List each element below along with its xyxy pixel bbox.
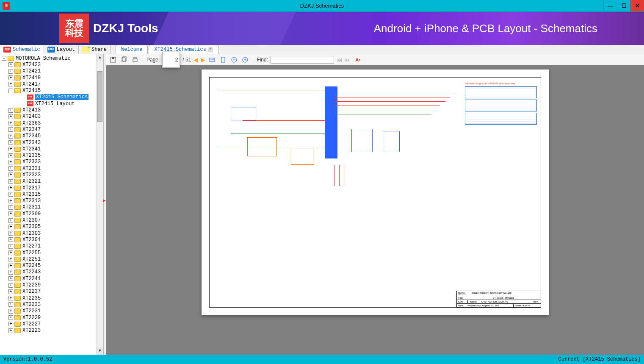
expand-icon[interactable]: +: [8, 160, 13, 164]
expand-icon[interactable]: +: [8, 192, 13, 197]
find-prev-icon[interactable]: ⏮: [337, 56, 343, 63]
print-icon[interactable]: [131, 56, 139, 64]
scroll-down-icon[interactable]: ▼: [97, 347, 103, 355]
fit-width-icon[interactable]: [208, 56, 216, 64]
expand-icon[interactable]: +: [8, 283, 13, 288]
maximize-button[interactable]: ☐: [617, 0, 630, 11]
tree-node-xt2235[interactable]: +XT2235: [0, 295, 103, 301]
zoom-out-icon[interactable]: [230, 56, 238, 64]
expand-icon[interactable]: +: [8, 322, 13, 326]
expand-icon[interactable]: +: [8, 205, 13, 210]
tree-node-xt2229[interactable]: +XT2229: [0, 314, 103, 321]
tree-scrollbar[interactable]: ▲ ▼: [96, 54, 103, 355]
doc-tab-welcome[interactable]: Welcome: [116, 45, 148, 54]
close-button[interactable]: ✕: [630, 0, 644, 11]
expand-icon[interactable]: +: [8, 108, 13, 113]
tree-node-xt2417[interactable]: +XT2417: [0, 81, 103, 87]
expand-icon[interactable]: +: [8, 147, 13, 151]
expand-icon[interactable]: +: [8, 134, 13, 139]
tree-node-xt2343[interactable]: +XT2343: [0, 139, 103, 146]
expand-icon[interactable]: +: [8, 140, 13, 145]
tree-node-xt2307[interactable]: +XT2307: [0, 217, 103, 223]
expand-icon[interactable]: +: [8, 276, 13, 281]
expand-icon[interactable]: +: [8, 69, 13, 74]
scroll-up-icon[interactable]: ▲: [97, 54, 103, 61]
minimize-button[interactable]: —: [603, 0, 617, 11]
collapse-icon[interactable]: -: [8, 89, 13, 93]
expand-icon[interactable]: +: [8, 199, 13, 203]
tree-node-motorola-schematic[interactable]: -MOTOROLA Schematic: [0, 55, 103, 61]
expand-icon[interactable]: +: [8, 186, 13, 190]
tree-node-xt2239[interactable]: +XT2239: [0, 282, 103, 288]
find-next-icon[interactable]: ⏭: [345, 56, 351, 63]
tree-node-xt2335[interactable]: +XT2335: [0, 152, 103, 158]
expand-icon[interactable]: +: [8, 264, 13, 268]
tree-node-xt2271[interactable]: +XT2271: [0, 243, 103, 250]
tree-node-xt2251[interactable]: +XT2251: [0, 256, 103, 262]
tree-node-xt2415-layout[interactable]: PDFXT2415 Layout: [0, 100, 103, 107]
pdf-viewer[interactable]: Schematic design notes of MT6685 environ…: [106, 65, 644, 355]
doc-tab-xt2415-schematics[interactable]: XT2415 Schematics×: [149, 45, 218, 54]
expand-icon[interactable]: +: [8, 225, 13, 229]
tree-node-xt2323[interactable]: +XT2323: [0, 172, 103, 178]
tree-node-xt2313[interactable]: +XT2313: [0, 198, 103, 204]
expand-icon[interactable]: +: [8, 257, 13, 261]
tree-node-xt2315[interactable]: +XT2315: [0, 191, 103, 197]
tree-node-xt2419[interactable]: +XT2419: [0, 75, 103, 81]
prev-page-icon[interactable]: ◀: [193, 56, 198, 63]
sidebar-tab-share[interactable]: Share: [79, 45, 111, 54]
tree-node-xt2237[interactable]: +XT2237: [0, 289, 103, 295]
expand-icon[interactable]: +: [8, 218, 13, 223]
tree-node-xt2423[interactable]: +XT2423: [0, 61, 103, 68]
expand-icon[interactable]: +: [8, 270, 13, 275]
expand-icon[interactable]: +: [8, 231, 13, 236]
tree-node-xt2413[interactable]: +XT2413: [0, 107, 103, 113]
expand-icon[interactable]: +: [8, 237, 13, 242]
tree-node-xt2243[interactable]: +XT2243: [0, 269, 103, 275]
expand-icon[interactable]: +: [8, 153, 13, 158]
expand-icon[interactable]: +: [8, 302, 13, 307]
scroll-thumb[interactable]: [97, 71, 102, 122]
sidebar-tab-schematic[interactable]: PDFSchematic: [0, 45, 44, 54]
expand-icon[interactable]: +: [8, 179, 13, 184]
tree-node-xt2309[interactable]: +XT2309: [0, 211, 103, 217]
tree-node-xt2321[interactable]: +XT2321: [0, 178, 103, 185]
tree-node-xt2301[interactable]: +XT2301: [0, 236, 103, 243]
expand-icon[interactable]: +: [8, 127, 13, 132]
copy-icon[interactable]: [120, 56, 128, 64]
tree-node-xt2317[interactable]: +XT2317: [0, 185, 103, 191]
expand-icon[interactable]: +: [8, 296, 13, 300]
close-tab-icon[interactable]: ×: [208, 47, 213, 52]
expand-icon[interactable]: +: [8, 289, 13, 294]
expand-icon[interactable]: +: [8, 82, 13, 86]
expand-icon[interactable]: +: [8, 315, 13, 320]
text-size-icon[interactable]: Aa: [354, 56, 362, 64]
tree-node-xt2403[interactable]: +XT2403: [0, 114, 103, 120]
tree-node-xt2415-schematics[interactable]: PDFXT2415 Schematics: [0, 94, 103, 100]
tree-node-xt2331[interactable]: +XT2331: [0, 165, 103, 172]
expand-icon[interactable]: +: [8, 309, 13, 314]
tree-node-xt2421[interactable]: +XT2421: [0, 68, 103, 75]
splitter-handle[interactable]: [104, 54, 106, 355]
find-input[interactable]: [271, 56, 334, 64]
expand-icon[interactable]: +: [8, 114, 13, 119]
tree-node-xt2363[interactable]: +XT2363: [0, 120, 103, 126]
tree-node-xt2333[interactable]: +XT2333: [0, 159, 103, 165]
fit-page-icon[interactable]: [219, 56, 227, 64]
tree-node-xt2305[interactable]: +XT2305: [0, 224, 103, 230]
expand-icon[interactable]: +: [8, 121, 13, 125]
tree-node-xt2231[interactable]: +XT2231: [0, 308, 103, 314]
save-icon[interactable]: [109, 56, 117, 64]
expand-icon[interactable]: +: [8, 328, 13, 333]
tree-node-xt2245[interactable]: +XT2245: [0, 263, 103, 269]
tree-view[interactable]: -MOTOROLA Schematic +XT2423+XT2421+XT241…: [0, 54, 103, 355]
expand-icon[interactable]: +: [8, 250, 13, 255]
expand-icon[interactable]: +: [8, 172, 13, 177]
page-input[interactable]: [162, 52, 180, 68]
sidebar-tab-layout[interactable]: PADSLayout: [44, 45, 79, 54]
tree-node-xt2255[interactable]: +XT2255: [0, 250, 103, 256]
tree-node-xt2345[interactable]: +XT2345: [0, 133, 103, 139]
tree-node-xt2241[interactable]: +XT2241: [0, 275, 103, 282]
tree-node-xt2311[interactable]: +XT2311: [0, 204, 103, 211]
expand-icon[interactable]: +: [8, 62, 13, 67]
